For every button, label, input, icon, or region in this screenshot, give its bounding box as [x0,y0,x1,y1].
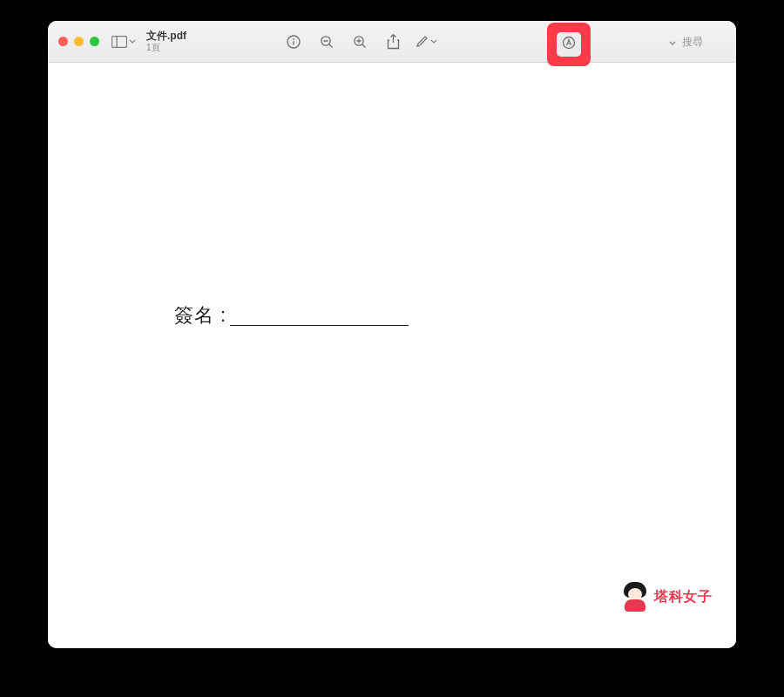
watermark: 塔科女子 [621,582,712,612]
share-icon [387,34,400,50]
chevron-down-icon [129,39,138,44]
svg-line-9 [362,44,366,48]
signature-line [230,325,409,326]
zoom-in-button[interactable] [349,31,370,52]
window-controls [58,37,99,46]
sidebar-icon [112,36,127,48]
chevron-down-icon [430,39,437,44]
zoom-out-button[interactable] [316,31,337,52]
title-block: 文件.pdf 1頁 [146,30,186,52]
annotate-button[interactable] [416,31,436,52]
svg-rect-0 [112,36,127,47]
markup-toolbar-button[interactable] [557,32,581,57]
sidebar-toggle-button[interactable] [112,36,138,48]
fullscreen-button[interactable] [90,37,99,46]
zoom-in-icon [353,35,367,49]
page-count: 1頁 [146,43,186,53]
minimize-button[interactable] [74,37,84,46]
signature-label: 簽名 : [174,302,226,328]
close-button[interactable] [58,37,68,46]
share-button[interactable] [382,31,403,52]
zoom-out-icon [320,35,334,49]
document-content[interactable]: 簽名 : 塔科女子 [48,63,736,648]
preview-window: 文件.pdf 1頁 [48,21,736,648]
watermark-text: 塔科女子 [654,588,712,606]
pencil-icon [416,35,429,48]
signature-field: 簽名 : [174,302,409,328]
toolbar-right [669,36,726,48]
svg-line-6 [329,44,333,48]
watermark-avatar [621,582,649,612]
markup-button-highlight [547,23,591,66]
markup-toolbar-icon [562,36,576,53]
svg-point-3 [293,38,294,40]
document-title: 文件.pdf [146,30,186,43]
chevron-down-icon[interactable] [669,36,678,48]
search-input[interactable] [682,36,726,48]
info-button[interactable] [283,31,304,52]
titlebar: 文件.pdf 1頁 [48,21,736,63]
info-icon [287,35,301,49]
toolbar-center [283,31,501,52]
